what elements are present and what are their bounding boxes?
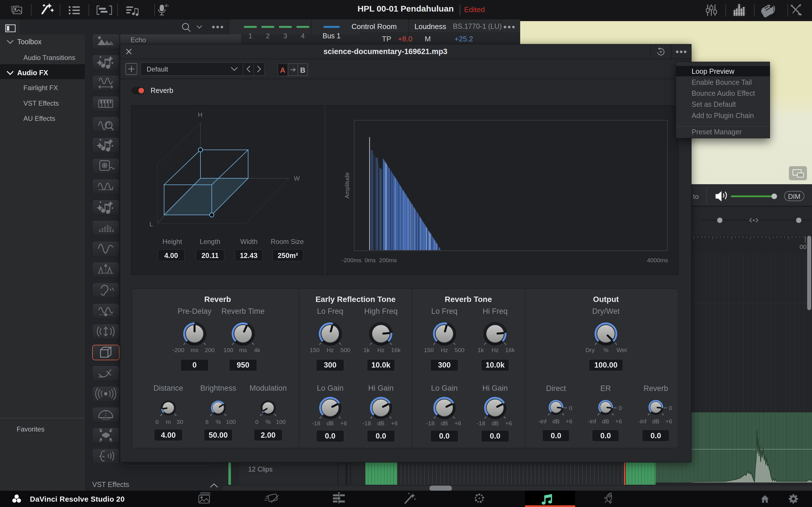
svg-text:Lo Gain: Lo Gain	[431, 384, 458, 392]
svg-text:Pre-Delay: Pre-Delay	[177, 307, 212, 316]
svg-text:100: 100	[223, 347, 233, 353]
svg-text:0: 0	[192, 361, 197, 369]
svg-text:-inf: -inf	[588, 418, 596, 425]
svg-text:12.43: 12.43	[240, 251, 258, 260]
svg-text:science-documentary-169621.mp3: science-documentary-169621.mp3	[323, 47, 448, 56]
svg-text:+6: +6	[566, 418, 572, 425]
svg-text:-inf: -inf	[638, 418, 646, 425]
svg-text:Lo Freq: Lo Freq	[431, 307, 457, 316]
svg-text:Hz: Hz	[326, 347, 334, 353]
svg-text:Amplitude: Amplitude	[344, 172, 350, 198]
svg-text:16k: 16k	[505, 347, 515, 353]
svg-text:4k: 4k	[254, 347, 260, 353]
svg-text:dB: dB	[377, 420, 385, 427]
svg-text:100: 100	[276, 418, 286, 425]
svg-text:-18: -18	[477, 420, 485, 427]
svg-text:A: A	[280, 66, 286, 74]
svg-text:6: 6	[205, 418, 209, 425]
svg-text:-18: -18	[363, 420, 371, 427]
svg-text:4.00: 4.00	[161, 431, 176, 439]
svg-text:ER: ER	[600, 384, 611, 393]
svg-text:High Freq: High Freq	[364, 307, 398, 316]
svg-text:10.0k: 10.0k	[486, 361, 505, 369]
svg-text:-18: -18	[312, 420, 320, 427]
svg-text:100.00: 100.00	[594, 361, 618, 369]
svg-text:Reverb: Reverb	[204, 295, 231, 304]
svg-text:Distance: Distance	[153, 384, 183, 392]
svg-text:dB: dB	[326, 420, 334, 427]
svg-text:dB: dB	[652, 418, 659, 425]
svg-text:4000ms: 4000ms	[647, 257, 668, 263]
svg-text:Length: Length	[200, 238, 220, 245]
svg-text:Dry: Dry	[586, 347, 595, 353]
svg-text:200: 200	[205, 347, 214, 353]
svg-text:H: H	[198, 111, 202, 118]
svg-text:0: 0	[569, 405, 572, 411]
svg-text:Wet: Wet	[617, 347, 627, 353]
svg-text:ms: ms	[239, 347, 247, 353]
svg-text:0.0: 0.0	[551, 432, 561, 440]
svg-text:0.0: 0.0	[325, 432, 336, 440]
svg-text:20.11: 20.11	[201, 251, 218, 260]
svg-text:dB: dB	[552, 418, 560, 425]
svg-text:Width: Width	[240, 238, 257, 245]
svg-text:16k: 16k	[391, 347, 401, 353]
svg-text:150: 150	[424, 347, 434, 353]
svg-text:0ms: 0ms	[364, 257, 376, 263]
svg-text:+6: +6	[615, 418, 622, 425]
svg-text:dB: dB	[602, 418, 609, 425]
svg-text:%: %	[603, 347, 609, 353]
svg-text:250m²: 250m²	[278, 251, 298, 260]
svg-text:Hz: Hz	[377, 347, 385, 353]
svg-text:4.00: 4.00	[164, 251, 178, 260]
svg-text:Hi Gain: Hi Gain	[483, 384, 508, 392]
svg-text:B: B	[300, 66, 306, 74]
svg-text:dB: dB	[441, 420, 448, 427]
svg-text:150: 150	[310, 347, 319, 353]
svg-text:m: m	[166, 418, 171, 425]
svg-text:Direct: Direct	[546, 384, 566, 393]
svg-text:-18: -18	[426, 420, 435, 427]
svg-text:50.00: 50.00	[209, 431, 228, 439]
svg-text:+6: +6	[391, 420, 398, 427]
svg-text:-200ms: -200ms	[342, 257, 361, 263]
svg-text:950: 950	[237, 361, 249, 369]
svg-text:W: W	[294, 175, 300, 182]
svg-text:0: 0	[619, 405, 622, 411]
svg-text:Lo Gain: Lo Gain	[317, 384, 344, 392]
svg-text:0.0: 0.0	[651, 432, 661, 440]
svg-text:2.00: 2.00	[261, 431, 276, 439]
svg-text:Height: Height	[162, 238, 182, 245]
svg-text:-200: -200	[172, 347, 185, 353]
svg-text:0.0: 0.0	[439, 432, 450, 440]
svg-text:Reverb Time: Reverb Time	[221, 307, 264, 316]
svg-text:300: 300	[324, 361, 336, 369]
svg-text:10.0k: 10.0k	[371, 361, 391, 369]
svg-text:100: 100	[226, 418, 236, 425]
svg-text:-inf: -inf	[538, 418, 546, 425]
svg-text:ms: ms	[191, 347, 199, 353]
svg-text:500: 500	[455, 347, 464, 353]
svg-text:Hz: Hz	[492, 347, 499, 353]
svg-text:+6: +6	[455, 420, 461, 427]
svg-text:300: 300	[438, 361, 451, 369]
svg-text:200ms: 200ms	[379, 257, 397, 263]
svg-text:Dry/Wet: Dry/Wet	[592, 307, 620, 316]
svg-text:Modulation: Modulation	[250, 384, 287, 392]
svg-text:1k: 1k	[477, 347, 484, 353]
svg-text:Reverb Tone: Reverb Tone	[445, 295, 492, 304]
svg-text:0: 0	[255, 418, 259, 425]
svg-text:Hi Freq: Hi Freq	[483, 307, 508, 316]
svg-text:Reverb: Reverb	[151, 87, 173, 94]
svg-text:30: 30	[176, 418, 183, 425]
svg-text:0.0: 0.0	[375, 432, 386, 440]
svg-text:%: %	[266, 418, 271, 425]
svg-text:Default: Default	[147, 65, 168, 73]
svg-text:+6: +6	[340, 420, 347, 427]
svg-text:0: 0	[155, 418, 159, 425]
svg-text:Lo Freq: Lo Freq	[317, 307, 343, 316]
svg-text:+6: +6	[505, 420, 512, 427]
svg-text:Early Reflection Tone: Early Reflection Tone	[315, 295, 396, 304]
svg-text:%: %	[216, 418, 221, 425]
svg-text:+6: +6	[665, 418, 672, 425]
